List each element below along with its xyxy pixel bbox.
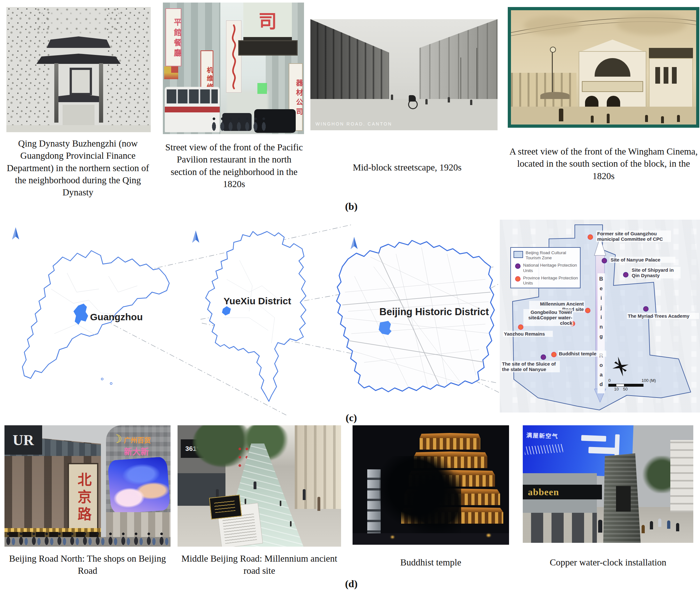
pedestrian [676, 523, 679, 531]
photo-buddhist-temple-night [353, 425, 509, 545]
annex-window [672, 67, 677, 84]
photo-copper-water-clock: 满屋新空气 abbeen [523, 425, 693, 543]
panel-c-label: (c) [326, 412, 377, 424]
pedestrian [216, 489, 219, 497]
right-buildings [295, 425, 341, 509]
site-dot-shipyard [623, 272, 628, 277]
map-guangdong-province: Guangzhou [3, 238, 179, 396]
crescent-neon-icon: ☽ [112, 432, 122, 446]
ground [6, 125, 151, 132]
caption-buddhist-temple: Buddhist temple [353, 556, 509, 568]
lamp-glow [391, 536, 394, 538]
bus-stripe [165, 107, 220, 113]
legend-row-national: National Heritage Protection Units [514, 263, 578, 273]
road-name-vertical: Beijing Road [598, 273, 605, 393]
led-billboard-screen [107, 456, 170, 515]
caption-archway: Qing Dynasty Buzhengzhi (now Guangdong P… [1, 137, 155, 198]
scale-bar-segments [608, 384, 644, 387]
temple-tier [420, 433, 480, 450]
ac-unit-graphic [588, 447, 617, 454]
pedestrian [391, 95, 393, 100]
ac-unit-graphic [581, 435, 606, 442]
pedestrian [254, 481, 256, 489]
plaza-ground [353, 533, 509, 545]
map-label-guangzhou: Guangzhou [90, 311, 143, 322]
scale-max: 100 (M) [642, 378, 656, 383]
cinema-poster-banner [582, 81, 643, 92]
map-label-yuexiu: YueXiu District [224, 296, 291, 306]
rickshaw-body [409, 95, 416, 102]
photo-pacific-pavilion-street: 平館餐廳 机维修站 器材公司 司 [163, 3, 304, 134]
site-dot-buddhist-temple [551, 352, 557, 357]
caption-streetscape: Mid-block streetscape, 1920s [323, 161, 492, 173]
city-boundary [206, 231, 306, 401]
pedestrian [448, 97, 450, 102]
site-dot-millennium-road [585, 308, 591, 313]
caption-pacific-pavilion: Street view of the front of the Pacific … [164, 141, 305, 190]
postcard-watermark: WINGHON ROAD. CANTON [316, 121, 392, 126]
storefronts [523, 513, 597, 543]
site-label-nanyue-palace: Site of Nanyue Palace [609, 257, 675, 263]
street-ground [511, 107, 696, 125]
xindaxin-neon: 新大新 [124, 445, 149, 457]
zone-swatch-icon [514, 251, 523, 258]
site-dot-yaozhou [518, 324, 523, 330]
small-sign-cluster [164, 67, 178, 79]
island [110, 382, 112, 384]
national-unit-dot-icon [515, 264, 521, 269]
bollard [280, 501, 281, 506]
utility-pole [460, 57, 461, 99]
legend-label: National Heritage Protection Units [523, 263, 578, 273]
cyclist [598, 520, 602, 532]
map-guangzhou-city: YueXiu District [179, 222, 332, 412]
pedestrian [318, 497, 320, 511]
archway-roof-lower [55, 94, 102, 102]
archway-roof-top [47, 36, 110, 48]
green-neon-sign [257, 83, 267, 94]
site-label-buddhist-temple: Buddhist temple [558, 351, 606, 357]
tree-silhouette [379, 456, 461, 535]
pedestrian [303, 489, 306, 500]
bus-windows [167, 90, 218, 103]
cloud [524, 16, 581, 35]
archway-plaque [70, 68, 92, 95]
photo-millennium-road-site: 361° [178, 425, 341, 547]
annex-window [655, 67, 660, 84]
site-dot-nanyue-palace [602, 258, 607, 264]
annex-window [664, 67, 668, 84]
site-label-yaozhou: Yaozhou Remains [503, 331, 553, 337]
archway-pillar-left [54, 63, 58, 123]
pedestrian-crowd [211, 116, 268, 134]
pedestrian [591, 116, 594, 123]
province-unit-dot-icon [515, 276, 521, 282]
monument-niche [616, 486, 631, 511]
legend-row-province: Province Heritage Protection Units [514, 276, 578, 286]
panel-b-label: (b) [326, 201, 377, 212]
distant-buildings [511, 73, 576, 108]
screen-script-line [524, 444, 563, 455]
awning [540, 92, 570, 99]
cloud [616, 13, 686, 35]
red-script-squiggle [226, 21, 241, 92]
pedestrian [661, 116, 664, 123]
site-label-gongbeilou: Gongbeilou Tower site&Copper water-clock [523, 309, 573, 326]
vertical-sign-left: 平館餐廳 [166, 8, 181, 67]
caption-water-clock: Copper water-clock installation [521, 556, 696, 568]
pedestrian [658, 519, 661, 527]
caption-beijing-road-north: Beijing Road North: The shops on Beijing… [3, 552, 172, 577]
pedestrian [642, 525, 645, 533]
map-beijing-road-detail: Beijing Road Cultural Tourism Zone Natio… [500, 220, 700, 413]
pedestrian [607, 114, 609, 123]
screen-text: 满屋新空气 [526, 431, 558, 440]
calligraphy-sign [226, 20, 242, 93]
site-label-myriad-trees: The Myriad Trees Academy [627, 313, 699, 319]
site-label-shipyard: Site of Shipyard in Qin Dynasty [631, 267, 680, 278]
map-beijing-historic-district: Beijing Historic District [326, 228, 501, 407]
photo-qing-archway [6, 7, 151, 132]
pedestrian [650, 521, 653, 529]
pedestrian-crowd [4, 531, 171, 547]
beijing-road-characters: 北京路 [73, 472, 93, 524]
lamp-glow [487, 534, 491, 537]
pedestrian [425, 99, 428, 104]
scale-bar: 0 100 (M) 10 50 [608, 378, 666, 392]
